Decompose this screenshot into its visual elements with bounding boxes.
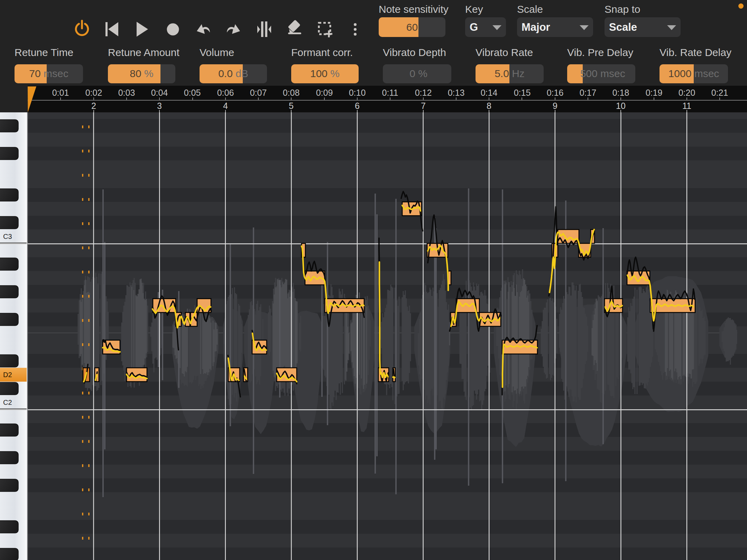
svg-text:D2: D2 (3, 371, 12, 379)
svg-text:C2: C2 (3, 399, 12, 406)
svg-text:C3: C3 (3, 233, 12, 240)
